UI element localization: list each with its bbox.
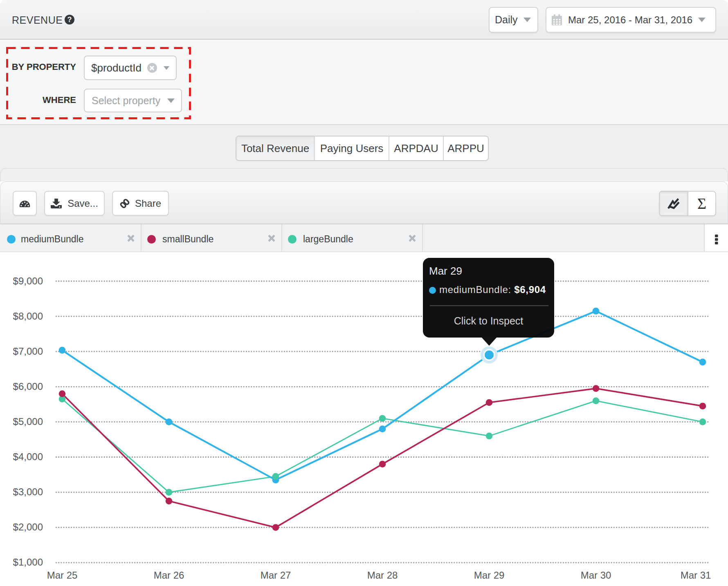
svg-text:$2,000: $2,000: [13, 521, 43, 532]
svg-text:Mar 27: Mar 27: [261, 570, 291, 581]
svg-text:Mar 29: Mar 29: [474, 570, 505, 581]
svg-text:Mar 30: Mar 30: [581, 570, 611, 581]
svg-text:$7,000: $7,000: [13, 346, 43, 357]
svg-text:$1,000: $1,000: [13, 557, 43, 568]
svg-text:$3,000: $3,000: [13, 486, 43, 497]
svg-text:$5,000: $5,000: [13, 416, 43, 427]
svg-text:Mar 25: Mar 25: [47, 570, 78, 581]
svg-text:$9,000: $9,000: [13, 275, 43, 286]
svg-text:$6,000: $6,000: [13, 381, 43, 392]
svg-text:Mar 26: Mar 26: [154, 570, 184, 581]
svg-text:Mar 28: Mar 28: [367, 570, 398, 581]
svg-text:Mar 31: Mar 31: [681, 570, 711, 581]
svg-text:$4,000: $4,000: [13, 451, 43, 462]
svg-text:$8,000: $8,000: [13, 311, 43, 322]
